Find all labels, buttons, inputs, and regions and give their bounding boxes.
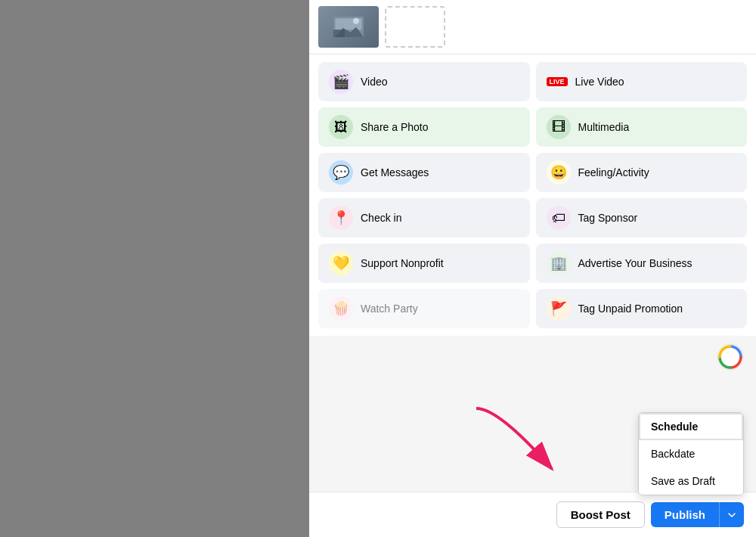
svg-point-5	[717, 344, 743, 370]
tag-unpaid-icon: 🚩	[547, 296, 571, 321]
advertise-label: Advertise Your Business	[578, 257, 692, 269]
video-label: Video	[361, 76, 388, 88]
feeling-activity-option[interactable]: 😀 Feeling/Activity	[536, 153, 748, 192]
bottom-bar: Boost Post Schedule Backdate Save as Dra…	[309, 492, 756, 537]
publish-group: Schedule Backdate Save as Draft Publish	[651, 502, 744, 527]
live-video-label: Live Video	[575, 76, 624, 88]
multimedia-label: Multimedia	[578, 121, 630, 133]
support-nonprofit-icon: 💛	[329, 251, 353, 275]
publish-dropdown-menu: Schedule Backdate Save as Draft	[638, 412, 744, 495]
chevron-down-icon	[727, 511, 736, 520]
support-nonprofit-label: Support Nonprofit	[361, 257, 444, 269]
watch-party-icon: 🍿	[329, 296, 353, 321]
tag-sponsor-label: Tag Sponsor	[578, 212, 638, 224]
colorful-app-icon	[717, 343, 744, 371]
support-nonprofit-option[interactable]: 💛 Support Nonprofit	[318, 244, 530, 283]
check-in-icon: 📍	[329, 206, 353, 230]
publish-dropdown-toggle[interactable]	[719, 502, 744, 527]
multimedia-option[interactable]: 🎞 Multimedia	[536, 107, 748, 147]
get-messages-option[interactable]: 💬 Get Messages	[318, 153, 530, 192]
tag-sponsor-icon: 🏷	[547, 206, 571, 230]
top-images	[309, 0, 756, 54]
svg-point-2	[353, 18, 359, 24]
tag-unpaid-option[interactable]: 🚩 Tag Unpaid Promotion	[536, 289, 748, 328]
watch-party-option[interactable]: 🍿 Watch Party	[318, 289, 530, 328]
publish-button[interactable]: Publish	[651, 502, 719, 527]
schedule-option[interactable]: Schedule	[639, 413, 743, 440]
boost-post-button[interactable]: Boost Post	[556, 501, 645, 528]
add-photo-placeholder[interactable]	[385, 6, 445, 48]
get-messages-icon: 💬	[329, 160, 353, 185]
main-panel: 🎬 Video LIVE Live Video 🖼 Share a Photo …	[309, 0, 756, 537]
multimedia-icon: 🎞	[547, 115, 571, 139]
check-in-option[interactable]: 📍 Check in	[318, 198, 530, 237]
live-video-option[interactable]: LIVE Live Video	[536, 62, 748, 101]
advertise-icon: 🏢	[547, 251, 571, 275]
svg-rect-4	[333, 29, 345, 37]
backdate-option[interactable]: Backdate	[639, 440, 743, 467]
feeling-icon: 😀	[547, 160, 571, 185]
feeling-label: Feeling/Activity	[578, 166, 649, 178]
tag-unpaid-label: Tag Unpaid Promotion	[578, 303, 683, 315]
video-icon: 🎬	[329, 70, 353, 94]
advertise-business-option[interactable]: 🏢 Advertise Your Business	[536, 244, 748, 283]
check-in-label: Check in	[361, 212, 401, 224]
thumbnail-image	[318, 6, 379, 48]
live-badge: LIVE	[547, 77, 568, 86]
share-photo-icon: 🖼	[329, 115, 353, 139]
save-as-draft-option[interactable]: Save as Draft	[639, 467, 743, 495]
watch-party-label: Watch Party	[361, 303, 418, 315]
share-photo-label: Share a Photo	[361, 121, 429, 133]
share-photo-option[interactable]: 🖼 Share a Photo	[318, 107, 530, 147]
video-option[interactable]: 🎬 Video	[318, 62, 530, 101]
post-options-grid: 🎬 Video LIVE Live Video 🖼 Share a Photo …	[309, 54, 756, 336]
get-messages-label: Get Messages	[361, 166, 429, 178]
tag-sponsor-option[interactable]: 🏷 Tag Sponsor	[536, 198, 748, 237]
